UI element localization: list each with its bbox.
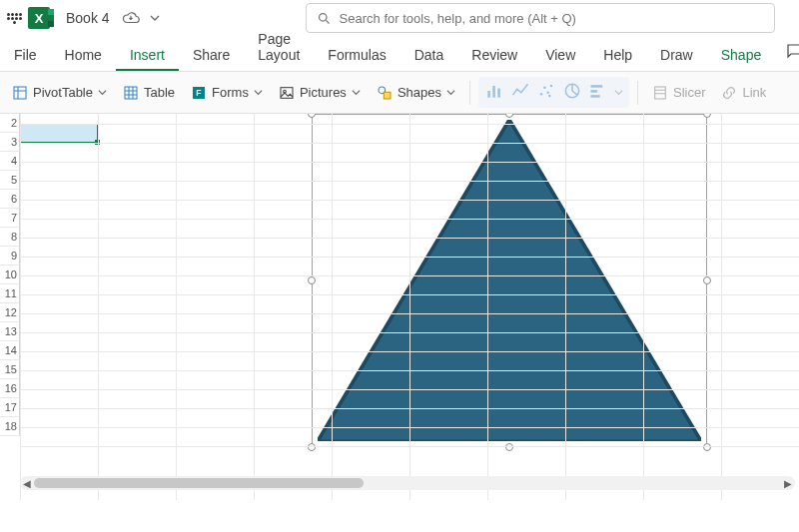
ribbon-tabs: File Home Insert Share Page Layout Formu…	[0, 36, 799, 72]
shapes-label: Shapes	[398, 85, 441, 100]
slicer-label: Slicer	[673, 85, 706, 100]
tab-home[interactable]: Home	[51, 39, 116, 71]
chevron-down-icon	[446, 88, 455, 97]
svg-rect-2	[125, 87, 137, 99]
svg-rect-5	[281, 87, 293, 98]
row-header[interactable]: 11	[0, 284, 20, 303]
tab-formulas[interactable]: Formulas	[314, 39, 400, 71]
scatter-chart-icon[interactable]	[536, 81, 556, 104]
row-header[interactable]: 18	[0, 417, 20, 436]
tab-shape[interactable]: Shape	[707, 39, 775, 71]
grid-cells[interactable]	[20, 114, 799, 500]
row-header[interactable]: 10	[0, 266, 20, 284]
tab-help[interactable]: Help	[589, 39, 646, 71]
tab-file[interactable]: File	[0, 39, 51, 71]
svg-point-14	[546, 91, 549, 94]
svg-rect-9	[487, 91, 490, 98]
row-header[interactable]: 17	[0, 398, 20, 417]
row-header[interactable]: 3	[0, 133, 20, 152]
pivottable-button[interactable]: PivotTable	[6, 81, 113, 105]
svg-rect-19	[590, 90, 597, 93]
comments-icon[interactable]	[775, 34, 799, 71]
svg-point-0	[319, 13, 327, 21]
bar-chart-icon[interactable]	[588, 81, 608, 104]
search-placeholder: Search for tools, help, and more (Alt + …	[340, 11, 576, 26]
svg-rect-18	[590, 85, 602, 88]
table-button[interactable]: Table	[117, 81, 181, 105]
tab-page-layout[interactable]: Page Layout	[244, 23, 314, 71]
row-header[interactable]: 16	[0, 379, 20, 398]
row-header[interactable]: 12	[0, 303, 20, 322]
resize-handle-mr[interactable]	[703, 276, 711, 284]
row-header[interactable]: 9	[0, 247, 20, 266]
tab-data[interactable]: Data	[400, 39, 458, 71]
scroll-left-icon[interactable]: ◀	[20, 476, 34, 490]
row-header[interactable]: 14	[0, 341, 20, 360]
resize-handle-ml[interactable]	[308, 276, 316, 284]
tab-share[interactable]: Share	[179, 39, 244, 71]
separator	[637, 81, 638, 105]
pictures-button[interactable]: Pictures	[273, 81, 367, 105]
autosave-cloud-icon[interactable]	[122, 9, 140, 27]
spreadsheet-grid[interactable]: 23456789101112131415161718 ◀ ▶	[0, 114, 799, 500]
row-header[interactable]: 13	[0, 322, 20, 341]
link-button[interactable]: Link	[715, 81, 772, 105]
row-header[interactable]: 15	[0, 360, 20, 379]
svg-point-15	[550, 85, 553, 88]
search-box[interactable]: Search for tools, help, and more (Alt + …	[306, 3, 775, 33]
shapes-icon	[377, 85, 393, 101]
excel-logo-icon: X	[28, 7, 50, 29]
tab-draw[interactable]: Draw	[646, 39, 707, 71]
svg-point-16	[548, 95, 551, 98]
charts-dropdown-icon[interactable]	[614, 88, 623, 97]
column-chart-icon[interactable]	[484, 81, 504, 104]
pictures-icon	[279, 85, 295, 101]
scroll-right-icon[interactable]: ▶	[781, 476, 795, 490]
svg-rect-1	[14, 87, 26, 99]
row-header[interactable]: 8	[0, 228, 20, 247]
svg-rect-11	[497, 89, 500, 98]
tab-view[interactable]: View	[531, 39, 589, 71]
svg-rect-10	[492, 86, 495, 98]
shape-selection[interactable]	[312, 114, 707, 447]
app-launcher-icon[interactable]	[6, 10, 22, 26]
tab-review[interactable]: Review	[457, 39, 531, 71]
resize-handle-bl[interactable]	[308, 443, 316, 451]
pivottable-icon	[12, 85, 28, 101]
line-chart-icon[interactable]	[510, 81, 530, 104]
pictures-label: Pictures	[300, 85, 347, 100]
svg-rect-21	[655, 87, 666, 99]
scrollbar-thumb[interactable]	[34, 478, 364, 488]
forms-button[interactable]: F Forms	[185, 81, 269, 105]
row-header[interactable]: 5	[0, 171, 20, 190]
resize-handle-br[interactable]	[703, 443, 711, 451]
shapes-button[interactable]: Shapes	[371, 81, 461, 105]
row-header[interactable]: 2	[0, 114, 20, 133]
resize-handle-tr[interactable]	[703, 114, 711, 118]
slicer-button[interactable]: Slicer	[646, 81, 712, 105]
horizontal-scrollbar[interactable]: ◀ ▶	[20, 476, 795, 490]
pie-chart-icon[interactable]	[562, 81, 582, 104]
tab-insert[interactable]: Insert	[116, 39, 179, 71]
ribbon-toolbar: PivotTable Table F Forms Pictures Shapes…	[0, 72, 799, 114]
row-headers: 23456789101112131415161718	[0, 114, 20, 436]
selected-cell[interactable]	[20, 124, 98, 143]
row-header[interactable]: 7	[0, 209, 20, 228]
title-bar: X Book 4 Search for tools, help, and mor…	[0, 0, 799, 36]
resize-handle-bm[interactable]	[505, 443, 513, 451]
table-label: Table	[144, 85, 175, 100]
svg-rect-20	[590, 95, 599, 98]
pivottable-label: PivotTable	[33, 85, 93, 100]
svg-point-13	[543, 86, 546, 89]
svg-rect-8	[384, 92, 391, 99]
link-label: Link	[742, 85, 766, 100]
table-icon	[123, 85, 139, 101]
title-dropdown-icon[interactable]	[150, 13, 160, 23]
link-icon	[721, 85, 737, 101]
separator	[469, 81, 470, 105]
row-header[interactable]: 4	[0, 152, 20, 171]
workbook-name[interactable]: Book 4	[66, 10, 110, 26]
row-header[interactable]: 6	[0, 190, 20, 209]
charts-group	[478, 77, 629, 108]
svg-point-12	[540, 93, 543, 96]
